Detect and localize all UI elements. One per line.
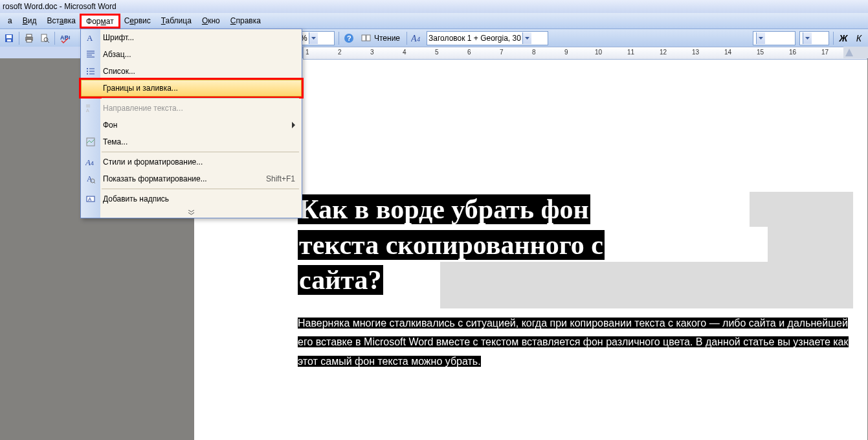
menuitem-background[interactable]: Фон bbox=[81, 117, 302, 133]
save-button[interactable] bbox=[2, 31, 16, 45]
styles-icon: A4 bbox=[84, 156, 97, 168]
font-icon: A bbox=[84, 31, 97, 44]
style-value: Заголовок 1 + Georgia, 30 bbox=[428, 34, 521, 43]
reading-label: Чтение bbox=[374, 34, 400, 43]
print-preview-button[interactable] bbox=[38, 31, 52, 45]
menu-view[interactable]: Вид bbox=[17, 14, 42, 27]
svg-rect-2 bbox=[7, 40, 11, 41]
svg-line-39 bbox=[94, 182, 95, 183]
menu-file-fragment[interactable]: а bbox=[3, 14, 17, 27]
svg-point-11 bbox=[344, 34, 353, 43]
svg-rect-0 bbox=[5, 34, 13, 42]
italic-button[interactable]: К bbox=[852, 31, 866, 45]
menuitem-styles[interactable]: A4 Стили и форматирование... bbox=[81, 154, 302, 170]
menuitem-text-direction: llllA Направление текста... bbox=[81, 100, 302, 117]
doc-paragraph[interactable]: Наверняка многие сталкивались с ситуацие… bbox=[298, 314, 856, 371]
menu-insert[interactable]: Вставка bbox=[41, 14, 81, 27]
style-icon[interactable]: A4 bbox=[410, 31, 424, 45]
svg-point-26 bbox=[87, 68, 88, 69]
list-icon bbox=[84, 65, 97, 78]
help-button[interactable]: ? bbox=[342, 31, 356, 45]
menu-bar: а Вид Вставка Формат Сервис Таблица Окно… bbox=[0, 13, 868, 29]
dropdown-arrow-icon[interactable] bbox=[756, 32, 765, 44]
format-dropdown: A Шрифт... Абзац... Список... Границы и … bbox=[80, 29, 302, 218]
reveal-icon: A bbox=[84, 172, 97, 185]
print-button[interactable] bbox=[22, 31, 36, 45]
svg-marker-10 bbox=[311, 37, 316, 40]
svg-text:?: ? bbox=[347, 34, 351, 42]
svg-text:A: A bbox=[88, 196, 92, 202]
doc-title[interactable]: Как в ворде убрать фон текста скопирован… bbox=[298, 192, 856, 298]
svg-rect-6 bbox=[41, 34, 47, 41]
svg-text:ABC: ABC bbox=[60, 34, 70, 41]
dropdown-arrow-icon[interactable] bbox=[803, 32, 812, 44]
svg-rect-14 bbox=[366, 35, 370, 41]
svg-marker-20 bbox=[845, 49, 853, 56]
svg-text:A: A bbox=[411, 34, 417, 43]
menu-table[interactable]: Таблица bbox=[156, 14, 197, 27]
shortcut-label: Shift+F1 bbox=[266, 174, 295, 183]
document-content[interactable]: Как в ворде убрать фон текста скопирован… bbox=[298, 192, 856, 371]
svg-text:A: A bbox=[86, 108, 89, 113]
menuitem-font[interactable]: A Шрифт... bbox=[81, 29, 302, 46]
svg-text:4: 4 bbox=[91, 160, 94, 167]
svg-rect-1 bbox=[6, 35, 12, 38]
svg-line-8 bbox=[47, 41, 49, 43]
spell-check-button[interactable]: ABC bbox=[58, 31, 72, 45]
svg-text:llll: llll bbox=[86, 104, 91, 108]
text-direction-icon: llllA bbox=[84, 102, 97, 115]
svg-point-30 bbox=[87, 73, 88, 75]
dropdown-arrow-icon[interactable] bbox=[522, 32, 531, 44]
submenu-arrow-icon bbox=[292, 122, 295, 128]
title-bar: rosoft Word.doc - Microsoft Word bbox=[0, 0, 868, 13]
bold-button[interactable]: Ж bbox=[836, 31, 851, 45]
svg-marker-19 bbox=[805, 37, 810, 40]
font-combo[interactable] bbox=[753, 31, 796, 45]
style-combo[interactable]: Заголовок 1 + Georgia, 30 bbox=[427, 31, 548, 45]
menuitem-textbox[interactable]: A Добавить надпись bbox=[81, 191, 302, 207]
menu-help[interactable]: Справка bbox=[225, 14, 266, 27]
fontsize-combo[interactable] bbox=[799, 31, 829, 45]
menuitem-paragraph[interactable]: Абзац... bbox=[81, 46, 302, 63]
menuitem-list[interactable]: Список... bbox=[81, 63, 302, 80]
svg-rect-4 bbox=[27, 34, 32, 37]
horizontal-ruler[interactable]: 123 456 789 101112 131415 1617 bbox=[303, 47, 867, 60]
theme-icon bbox=[84, 135, 97, 148]
svg-marker-17 bbox=[525, 37, 529, 40]
menu-format[interactable]: Формат bbox=[81, 15, 119, 27]
svg-point-7 bbox=[44, 38, 48, 41]
ruler-end bbox=[843, 47, 868, 58]
svg-rect-3 bbox=[25, 37, 33, 41]
menuitem-reveal-formatting[interactable]: A Показать форматирование... Shift+F1 bbox=[81, 170, 302, 187]
dropdown-arrow-icon[interactable] bbox=[309, 32, 318, 44]
svg-marker-18 bbox=[759, 37, 763, 40]
svg-rect-13 bbox=[362, 35, 366, 41]
svg-text:A: A bbox=[85, 157, 91, 167]
reading-view-button[interactable]: Чтение bbox=[357, 31, 404, 45]
svg-text:4: 4 bbox=[417, 36, 420, 43]
menuitem-borders-shading[interactable]: Границы и заливка... bbox=[81, 80, 302, 97]
textbox-icon: A bbox=[84, 192, 97, 205]
paragraph-icon bbox=[84, 48, 97, 61]
menuitem-theme[interactable]: Тема... bbox=[81, 133, 302, 150]
window-title: rosoft Word.doc - Microsoft Word bbox=[3, 2, 117, 11]
svg-point-28 bbox=[87, 71, 88, 72]
svg-rect-5 bbox=[27, 40, 32, 42]
expand-menu-chevron[interactable] bbox=[81, 207, 302, 218]
menu-window[interactable]: Окно bbox=[197, 14, 225, 27]
menu-service[interactable]: Сервис bbox=[119, 14, 156, 27]
svg-text:A: A bbox=[87, 33, 93, 43]
zoom-combo[interactable]: % bbox=[298, 31, 335, 45]
